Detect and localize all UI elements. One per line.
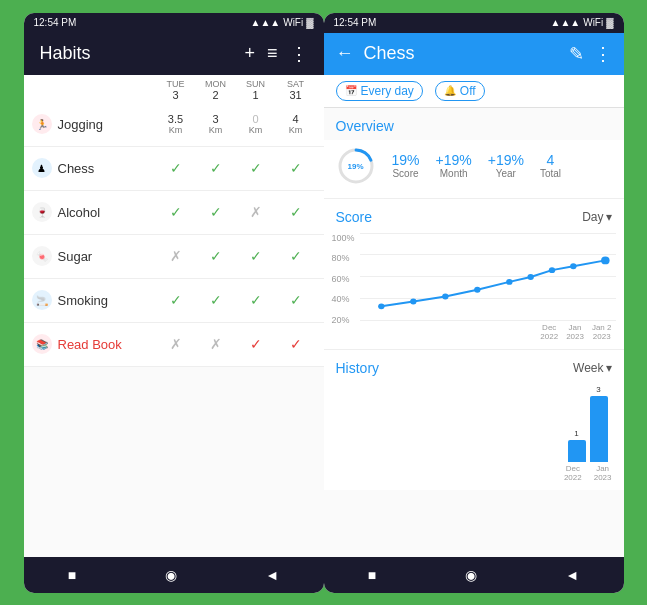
chess-icon: ♟ bbox=[32, 158, 52, 178]
habit-row-chess[interactable]: ♟ Chess ✓ ✓ ✓ ✓ bbox=[24, 147, 324, 191]
habit-row-read-book[interactable]: 📚 Read Book ✗ ✗ ✓ ✓ bbox=[24, 323, 324, 367]
time-right: 12:54 PM bbox=[334, 17, 377, 28]
habit-row-sugar[interactable]: 🍬 Sugar ✗ ✓ ✓ ✓ bbox=[24, 235, 324, 279]
history-x-labels: Dec2022 Jan2023 bbox=[340, 464, 616, 482]
jogging-val-4: 4Km bbox=[276, 113, 316, 135]
chess-name: Chess bbox=[58, 161, 156, 176]
score-dropdown-label: Day bbox=[582, 210, 603, 224]
svg-point-2 bbox=[378, 303, 384, 309]
jogging-values: 3.5Km 3Km 0Km 4Km bbox=[156, 113, 316, 135]
stat-total: 4 Total bbox=[540, 152, 561, 179]
notification-chip[interactable]: 🔔 Off bbox=[435, 81, 485, 101]
sugar-icon: 🍬 bbox=[32, 246, 52, 266]
score-x-labels: Dec2022 Jan2023 Jan 22023 bbox=[360, 323, 616, 341]
chevron-down-history-icon: ▾ bbox=[606, 361, 612, 375]
score-y-labels: 100% 80% 60% 40% 20% bbox=[332, 233, 355, 325]
habit-row-alcohol[interactable]: 🍷 Alcohol ✓ ✓ ✗ ✓ bbox=[24, 191, 324, 235]
filter-button[interactable]: ≡ bbox=[267, 43, 278, 64]
status-bar-right: 12:54 PM ▲▲▲ WiFi ▓ bbox=[324, 13, 624, 33]
bar-jan-label: 3 bbox=[596, 385, 600, 394]
x-label-dec: Dec2022 bbox=[540, 323, 558, 341]
alcohol-checks: ✓ ✓ ✗ ✓ bbox=[156, 204, 316, 220]
history-dropdown[interactable]: Week ▾ bbox=[573, 361, 611, 375]
more-options-button[interactable]: ⋮ bbox=[290, 43, 308, 65]
alcohol-check-2: ✓ bbox=[196, 204, 236, 220]
habit-row-smoking[interactable]: 🚬 Smoking ✓ ✓ ✓ ✓ bbox=[24, 279, 324, 323]
history-section: History Week ▾ 1 3 bbox=[324, 350, 624, 490]
smoking-check-2: ✓ bbox=[196, 292, 236, 308]
chess-check-2: ✓ bbox=[196, 160, 236, 176]
app-bar-actions: + ≡ ⋮ bbox=[244, 43, 307, 65]
alcohol-check-1: ✓ bbox=[156, 204, 196, 220]
calendar-icon: 📅 bbox=[345, 85, 357, 96]
score-chart: 100% 80% 60% 40% 20% bbox=[324, 229, 624, 349]
bar-chart-area: 1 3 Dec2022 Jan2023 bbox=[340, 384, 616, 482]
progress-percent: 19% bbox=[347, 161, 363, 170]
smoking-check-4: ✓ bbox=[276, 292, 316, 308]
chess-check-3: ✓ bbox=[236, 160, 276, 176]
right-phone: 12:54 PM ▲▲▲ WiFi ▓ ← Chess ✎ ⋮ 📅 Every … bbox=[324, 13, 624, 593]
day-col-sun: SUN 1 bbox=[236, 79, 276, 101]
sugar-name: Sugar bbox=[58, 249, 156, 264]
smoking-checks: ✓ ✓ ✓ ✓ bbox=[156, 292, 316, 308]
more-options-chess[interactable]: ⋮ bbox=[594, 43, 612, 65]
day-col-tue: TUE 3 bbox=[156, 79, 196, 101]
score-dropdown[interactable]: Day ▾ bbox=[582, 210, 611, 224]
history-chart: 1 3 Dec2022 Jan2023 bbox=[324, 380, 624, 490]
chess-title: Chess bbox=[364, 43, 559, 64]
alcohol-check-3: ✗ bbox=[236, 204, 276, 220]
overview-stats: 19% Score +19% Month +19% Year 4 Total bbox=[392, 152, 562, 179]
svg-point-5 bbox=[474, 286, 480, 292]
home-icon[interactable]: ◉ bbox=[165, 567, 177, 583]
svg-point-4 bbox=[442, 293, 448, 299]
read-book-check-1: ✗ bbox=[156, 336, 196, 352]
overview-title: Overview bbox=[324, 108, 624, 140]
chess-chips-row: 📅 Every day 🔔 Off bbox=[324, 75, 624, 108]
svg-point-10 bbox=[601, 256, 610, 264]
smoking-check-1: ✓ bbox=[156, 292, 196, 308]
time-left: 12:54 PM bbox=[34, 17, 77, 28]
history-header: History Week ▾ bbox=[324, 350, 624, 380]
back-button[interactable]: ← bbox=[336, 43, 354, 64]
smoking-icon: 🚬 bbox=[32, 290, 52, 310]
history-x-jan: Jan2023 bbox=[594, 464, 612, 482]
jogging-val-2: 3Km bbox=[196, 113, 236, 135]
stat-score: 19% Score bbox=[392, 152, 420, 179]
read-book-check-2: ✗ bbox=[196, 336, 236, 352]
edit-button[interactable]: ✎ bbox=[569, 43, 584, 65]
home-icon-right[interactable]: ◉ bbox=[465, 567, 477, 583]
stop-icon[interactable]: ■ bbox=[68, 567, 76, 583]
score-section: Score Day ▾ 100% 80% 60% 40% 20% bbox=[324, 199, 624, 350]
habit-row-jogging[interactable]: 🏃 Jogging 3.5Km 3Km 0Km 4Km bbox=[24, 103, 324, 147]
jogging-val-3: 0Km bbox=[236, 113, 276, 135]
chess-checks: ✓ ✓ ✓ ✓ bbox=[156, 160, 316, 176]
bottom-nav-left: ■ ◉ ◄ bbox=[24, 557, 324, 593]
score-header: Score Day ▾ bbox=[324, 199, 624, 229]
day-col-mon: MON 2 bbox=[196, 79, 236, 101]
score-chart-inner: Dec2022 Jan2023 Jan 22023 bbox=[360, 233, 616, 341]
chevron-down-icon: ▾ bbox=[606, 210, 612, 224]
back-icon[interactable]: ◄ bbox=[265, 567, 279, 583]
bell-icon: 🔔 bbox=[444, 85, 456, 96]
bar-dec-bar bbox=[568, 440, 586, 462]
svg-point-7 bbox=[527, 274, 533, 280]
bar-jan: 3 bbox=[590, 385, 608, 462]
smoking-name: Smoking bbox=[58, 293, 156, 308]
jogging-val-1: 3.5Km bbox=[156, 113, 196, 135]
day-col-sat: SAT 31 bbox=[276, 79, 316, 101]
read-book-name: Read Book bbox=[58, 337, 156, 352]
every-day-chip[interactable]: 📅 Every day bbox=[336, 81, 423, 101]
svg-point-3 bbox=[410, 298, 416, 304]
score-title: Score bbox=[336, 209, 373, 225]
stat-month: +19% Month bbox=[436, 152, 472, 179]
add-habit-button[interactable]: + bbox=[244, 43, 255, 64]
alcohol-icon: 🍷 bbox=[32, 202, 52, 222]
svg-point-6 bbox=[506, 278, 512, 284]
days-header: TUE 3 MON 2 SUN 1 SAT 31 bbox=[24, 75, 324, 103]
bars-container: 1 3 bbox=[340, 384, 608, 462]
overview-row: 19% 19% Score +19% Month +19% Year bbox=[324, 140, 624, 199]
status-icons-right: ▲▲▲ WiFi ▓ bbox=[551, 17, 614, 28]
battery-icon-right: ▓ bbox=[606, 17, 613, 28]
back-icon-right[interactable]: ◄ bbox=[565, 567, 579, 583]
stop-icon-right[interactable]: ■ bbox=[368, 567, 376, 583]
